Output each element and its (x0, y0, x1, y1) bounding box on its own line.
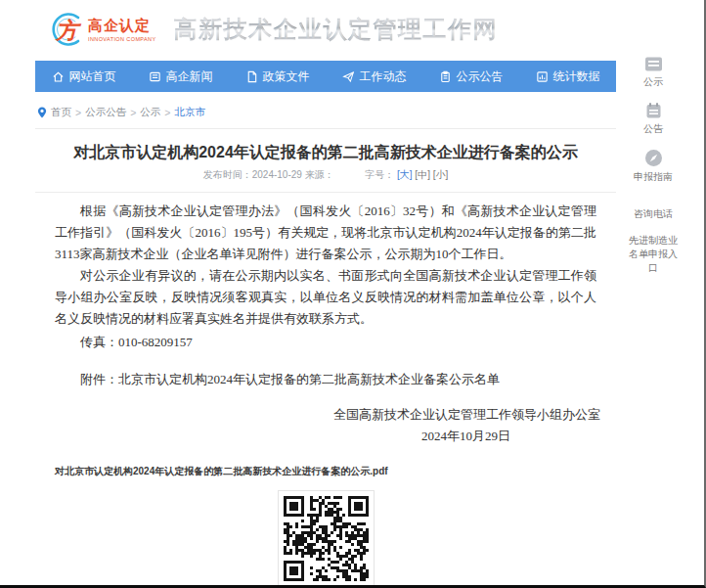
sidebar-item-guide[interactable]: 申报指南 (628, 149, 679, 184)
article-meta: 发布时间：2024-10-29 来源： 字号： [大] [中] [小] (35, 168, 616, 182)
paragraph-attachment: 附件：北京市认定机构2024年认定报备的第二批高新技术企业备案公示名单 (55, 369, 596, 390)
nav-item-updates[interactable]: 工作动态 (326, 61, 422, 92)
breadcrumb-announcements[interactable]: 公示公告 (85, 106, 126, 119)
paragraph-objection: 对公示企业有异议的，请在公示期内以实名、书面形式向全国高新技术企业认定管理工作领… (55, 265, 596, 330)
sidebar-item-label: 先进制造业名单申报入口 (628, 234, 679, 275)
font-size-small-button[interactable]: [小] (433, 169, 449, 180)
sidebar-item-manufacturing-entry[interactable]: 先进制造业名单申报入口 (628, 234, 679, 275)
site-header: 方 高企认定 INNOVATION COMPANY 高新技术企业认定管理工作网 (45, 9, 498, 50)
nav-item-label: 政策文件 (263, 68, 310, 85)
breadcrumb-gongshi[interactable]: 公示 (140, 106, 160, 119)
logo-brand-cn: 高企认定 (88, 17, 156, 35)
chart-icon (536, 70, 549, 83)
breadcrumb-beijing[interactable]: 北京市 (174, 106, 205, 119)
signature-block: 全国高新技术企业认定管理工作领导小组办公室 2024年10月29日 (35, 404, 616, 447)
qr-block: 扫一扫在手机打开当前页 (35, 490, 616, 588)
main-content: 首页 > 公示公告 > 公示 > 北京市 对北京市认定机构2024年认定报备的第… (35, 104, 616, 588)
source-label: 来源： (305, 169, 334, 180)
nav-item-home[interactable]: 网站首页 (35, 61, 132, 92)
breadcrumb: 首页 > 公示公告 > 公示 > 北京市 (35, 104, 616, 129)
signature-date: 2024年10月29日 (35, 426, 600, 447)
news-icon (149, 70, 161, 83)
guide-compass-icon (628, 149, 679, 167)
signature-office: 全国高新技术企业认定管理工作领导小组办公室 (35, 404, 600, 426)
sidebar-item-label: 咨询电话 (628, 207, 679, 221)
article-body: 根据《高新技术企业认定管理办法》（国科发火〔2016〕32号）和《高新技术企业认… (35, 193, 616, 390)
logo-brand-en: INNOVATION COMPANY (88, 36, 156, 42)
nav-item-announcements[interactable]: 公示公告 (422, 61, 519, 92)
sidebar-item-label: 申报指南 (628, 170, 679, 184)
font-size-medium-button[interactable]: [中] (415, 169, 430, 180)
home-icon (52, 70, 65, 83)
site-title: 高新技术企业认定管理工作网 (174, 14, 499, 45)
quick-sidebar: 公示 公告 申报指南 咨询电话 先进制造业名单申报入口 (628, 56, 679, 288)
qr-code (278, 490, 375, 587)
font-size-label: 字号： (365, 169, 394, 180)
nav-item-label: 公示公告 (457, 68, 504, 85)
font-size-large-button[interactable]: [大] (397, 169, 413, 180)
nav-item-label: 高企新闻 (166, 68, 213, 85)
main-nav: 网站首页 高企新闻 政策文件 工作动态 公示公告 (35, 61, 616, 92)
site-logo[interactable]: 方 高企认定 INNOVATION COMPANY (45, 9, 156, 50)
page: 方 高企认定 INNOVATION COMPANY 高新技术企业认定管理工作网 … (0, 0, 706, 588)
nav-item-label: 统计数据 (553, 68, 600, 85)
nav-item-statistics[interactable]: 统计数据 (519, 61, 616, 92)
breadcrumb-separator: > (164, 107, 170, 118)
clipboard-icon (439, 70, 452, 83)
send-icon (342, 70, 355, 83)
attachment-pdf-link[interactable]: 对北京市认定机构2024年认定报备的第二批高新技术企业进行备案的公示.pdf (35, 465, 616, 478)
svg-text:方: 方 (54, 18, 82, 43)
nav-item-label: 网站首页 (69, 68, 116, 85)
paragraph-basis: 根据《高新技术企业认定管理办法》（国科发火〔2016〕32号）和《高新技术企业认… (55, 201, 596, 265)
sidebar-item-label: 公告 (628, 122, 679, 136)
breadcrumb-separator: > (75, 107, 81, 118)
bulletin-icon (628, 56, 679, 72)
paragraph-fax: 传真：010-68209157 (55, 332, 596, 353)
notice-icon (628, 102, 679, 119)
breadcrumb-home[interactable]: 首页 (51, 106, 71, 119)
sidebar-item-gonggao[interactable]: 公告 (628, 102, 679, 136)
sidebar-item-hotline[interactable]: 咨询电话 (628, 207, 679, 221)
sidebar-item-label: 公示 (628, 75, 679, 89)
document-icon (245, 70, 258, 83)
location-pin-icon (37, 107, 47, 118)
publish-date: 发布时间：2024-10-29 (203, 169, 302, 180)
nav-item-label: 工作动态 (360, 68, 407, 85)
nav-item-news[interactable]: 高企新闻 (132, 61, 229, 92)
article-header: 对北京市认定机构2024年认定报备的第二批高新技术企业进行备案的公示 发布时间：… (35, 142, 616, 193)
breadcrumb-separator: > (130, 107, 136, 118)
sidebar-item-gongshi[interactable]: 公示 (628, 56, 679, 89)
article-title: 对北京市认定机构2024年认定报备的第二批高新技术企业进行备案的公示 (35, 142, 616, 163)
logo-swoosh-icon: 方 (45, 9, 84, 50)
nav-item-policy[interactable]: 政策文件 (229, 61, 326, 92)
